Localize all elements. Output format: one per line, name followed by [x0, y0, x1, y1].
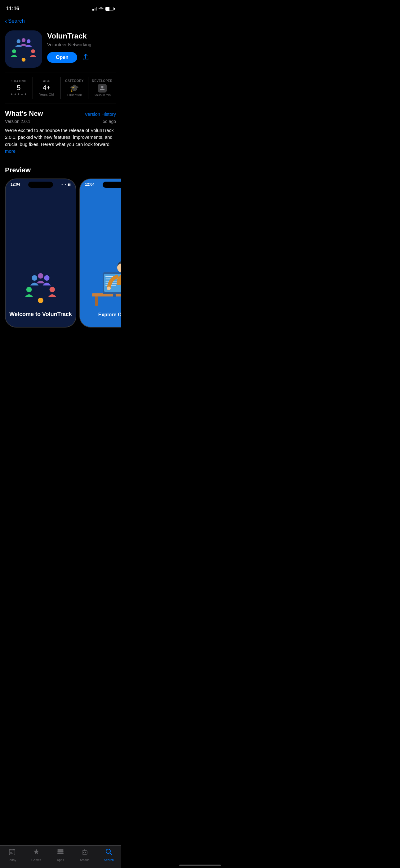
chevron-left-icon: ‹: [5, 18, 7, 24]
svg-point-4: [12, 49, 16, 53]
phone-logo: [22, 269, 59, 306]
phone-content-2: Explore Opp...: [80, 188, 121, 324]
age-value: 4+: [43, 84, 51, 92]
phone-content-1: Welcome to VolunTrack: [6, 188, 76, 324]
svg-point-3: [22, 58, 26, 62]
graduation-cap-icon: 🎓: [70, 84, 79, 93]
phone-notch-2: [103, 182, 121, 188]
release-notes: We're excited to announce the release of…: [5, 127, 116, 155]
app-info: VolunTrack Volunteer Networking Open: [47, 30, 116, 63]
age-label: AGE: [43, 80, 50, 83]
app-name: VolunTrack: [47, 32, 116, 41]
stat-rating: 1 RATING 5 ★ ★ ★ ★ ★: [5, 77, 33, 99]
app-subtitle: Volunteer Networking: [47, 42, 116, 47]
app-header: VolunTrack Volunteer Networking Open: [0, 28, 121, 73]
preview-title: Preview: [5, 166, 121, 174]
explore-illustration: [86, 247, 121, 310]
wifi-icon: [99, 6, 104, 11]
status-time: 11:16: [6, 6, 19, 12]
phone-time-1: 12:04: [10, 182, 20, 187]
status-bar: 11:16: [0, 0, 121, 16]
svg-point-8: [49, 287, 55, 292]
stats-row: 1 RATING 5 ★ ★ ★ ★ ★ AGE 4+ Years Old CA…: [5, 73, 116, 103]
battery-icon: [105, 7, 115, 11]
rating-stars: ★ ★ ★ ★ ★: [10, 92, 27, 96]
section-header: What's New Version History: [5, 110, 116, 118]
whats-new-section: What's New Version History Version 2.0.1…: [0, 103, 121, 160]
version-row: Version 2.0.1 5d ago: [5, 119, 116, 124]
svg-point-7: [44, 275, 49, 281]
stat-category: CATEGORY 🎓 Education: [61, 77, 89, 99]
preview-phone-2: 12:04: [79, 179, 121, 328]
version-history-link[interactable]: Version History: [85, 112, 116, 117]
svg-point-2: [31, 49, 35, 53]
back-label: Search: [8, 18, 25, 24]
share-button[interactable]: [82, 54, 89, 61]
status-icons: [92, 6, 115, 11]
rating-label: 1 RATING: [11, 80, 26, 83]
svg-point-1: [27, 39, 31, 43]
explore-text: Explore Opp...: [98, 312, 121, 318]
preview-scroll[interactable]: 12:04 ··· ▲ ▮▮: [5, 179, 121, 328]
developer-name: Shuolin Yin: [94, 93, 111, 97]
stat-age: AGE 4+ Years Old: [33, 77, 61, 99]
app-icon: [5, 30, 42, 68]
preview-section: Preview 12:04 ··· ▲ ▮▮: [0, 160, 121, 333]
version-number: Version 2.0.1: [5, 119, 30, 124]
svg-point-26: [107, 286, 111, 290]
signal-icon: [92, 7, 97, 10]
svg-point-11: [38, 273, 43, 279]
phone-time-2: 12:04: [85, 182, 95, 187]
svg-point-6: [32, 275, 37, 281]
category-label: CATEGORY: [65, 79, 84, 83]
age-sub: Years Old: [39, 93, 54, 96]
preview-phone-1: 12:04 ··· ▲ ▮▮: [5, 179, 76, 328]
app-actions: Open: [47, 52, 116, 63]
version-days-ago: 5d ago: [103, 119, 116, 124]
phone-welcome-text: Welcome to VolunTrack: [9, 311, 72, 318]
open-button[interactable]: Open: [47, 52, 77, 63]
svg-rect-24: [113, 294, 116, 297]
back-button[interactable]: ‹ Search: [0, 16, 121, 28]
whats-new-title: What's New: [5, 110, 43, 118]
developer-avatar: [98, 84, 107, 93]
svg-point-0: [17, 39, 21, 43]
svg-point-5: [22, 38, 26, 42]
svg-point-10: [26, 287, 32, 292]
phone-notch-1: [28, 182, 53, 188]
more-link[interactable]: more: [5, 148, 15, 154]
svg-point-9: [38, 298, 43, 303]
category-value: Education: [67, 93, 82, 97]
rating-value: 5: [17, 84, 21, 92]
svg-rect-15: [95, 297, 98, 306]
developer-label: DEVELOPER: [92, 79, 112, 83]
stat-developer: DEVELOPER Shuolin Yin: [88, 77, 116, 99]
